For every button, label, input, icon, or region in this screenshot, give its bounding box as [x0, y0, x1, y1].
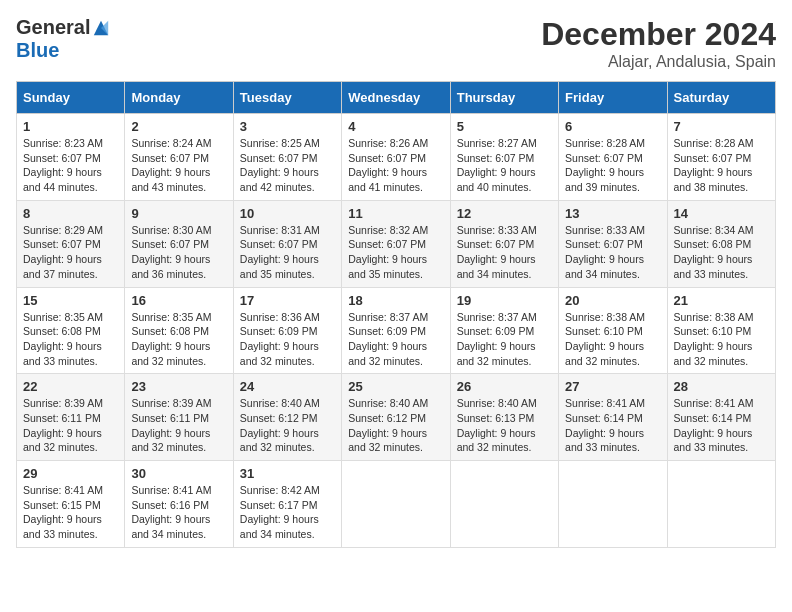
cell-content: Sunrise: 8:42 AM Sunset: 6:17 PM Dayligh…: [240, 483, 335, 542]
calendar-cell: 19 Sunrise: 8:37 AM Sunset: 6:09 PM Dayl…: [450, 287, 558, 374]
day-number: 25: [348, 379, 443, 394]
daylight-label: Daylight: 9 hours and 32 minutes.: [457, 427, 536, 454]
calendar-cell: 20 Sunrise: 8:38 AM Sunset: 6:10 PM Dayl…: [559, 287, 667, 374]
header-day-sunday: Sunday: [17, 82, 125, 114]
logo-general: General: [16, 16, 90, 39]
calendar-cell: [450, 461, 558, 548]
header-day-wednesday: Wednesday: [342, 82, 450, 114]
day-number: 23: [131, 379, 226, 394]
sunrise-label: Sunrise: 8:37 AM: [348, 311, 428, 323]
cell-content: Sunrise: 8:33 AM Sunset: 6:07 PM Dayligh…: [457, 223, 552, 282]
daylight-label: Daylight: 9 hours and 32 minutes.: [565, 340, 644, 367]
day-number: 21: [674, 293, 769, 308]
header-day-thursday: Thursday: [450, 82, 558, 114]
sunrise-label: Sunrise: 8:23 AM: [23, 137, 103, 149]
sunrise-label: Sunrise: 8:24 AM: [131, 137, 211, 149]
calendar-cell: 31 Sunrise: 8:42 AM Sunset: 6:17 PM Dayl…: [233, 461, 341, 548]
logo-icon: [92, 19, 110, 37]
calendar-cell: 18 Sunrise: 8:37 AM Sunset: 6:09 PM Dayl…: [342, 287, 450, 374]
sunset-label: Sunset: 6:08 PM: [131, 325, 209, 337]
daylight-label: Daylight: 9 hours and 36 minutes.: [131, 253, 210, 280]
sunrise-label: Sunrise: 8:40 AM: [348, 397, 428, 409]
day-number: 12: [457, 206, 552, 221]
header-day-tuesday: Tuesday: [233, 82, 341, 114]
daylight-label: Daylight: 9 hours and 32 minutes.: [23, 427, 102, 454]
cell-content: Sunrise: 8:35 AM Sunset: 6:08 PM Dayligh…: [131, 310, 226, 369]
daylight-label: Daylight: 9 hours and 34 minutes.: [240, 513, 319, 540]
day-number: 10: [240, 206, 335, 221]
day-number: 24: [240, 379, 335, 394]
daylight-label: Daylight: 9 hours and 32 minutes.: [674, 340, 753, 367]
sunrise-label: Sunrise: 8:35 AM: [131, 311, 211, 323]
daylight-label: Daylight: 9 hours and 32 minutes.: [131, 340, 210, 367]
calendar-cell: [342, 461, 450, 548]
week-row-3: 15 Sunrise: 8:35 AM Sunset: 6:08 PM Dayl…: [17, 287, 776, 374]
day-number: 26: [457, 379, 552, 394]
cell-content: Sunrise: 8:40 AM Sunset: 6:12 PM Dayligh…: [240, 396, 335, 455]
cell-content: Sunrise: 8:35 AM Sunset: 6:08 PM Dayligh…: [23, 310, 118, 369]
calendar-cell: 29 Sunrise: 8:41 AM Sunset: 6:15 PM Dayl…: [17, 461, 125, 548]
calendar-cell: 12 Sunrise: 8:33 AM Sunset: 6:07 PM Dayl…: [450, 200, 558, 287]
sunset-label: Sunset: 6:07 PM: [348, 152, 426, 164]
daylight-label: Daylight: 9 hours and 37 minutes.: [23, 253, 102, 280]
sunset-label: Sunset: 6:07 PM: [131, 152, 209, 164]
day-number: 28: [674, 379, 769, 394]
day-number: 15: [23, 293, 118, 308]
calendar-cell: 23 Sunrise: 8:39 AM Sunset: 6:11 PM Dayl…: [125, 374, 233, 461]
sunset-label: Sunset: 6:16 PM: [131, 499, 209, 511]
daylight-label: Daylight: 9 hours and 32 minutes.: [240, 427, 319, 454]
calendar-cell: 11 Sunrise: 8:32 AM Sunset: 6:07 PM Dayl…: [342, 200, 450, 287]
calendar-cell: 17 Sunrise: 8:36 AM Sunset: 6:09 PM Dayl…: [233, 287, 341, 374]
day-number: 7: [674, 119, 769, 134]
sunrise-label: Sunrise: 8:25 AM: [240, 137, 320, 149]
cell-content: Sunrise: 8:37 AM Sunset: 6:09 PM Dayligh…: [457, 310, 552, 369]
cell-content: Sunrise: 8:34 AM Sunset: 6:08 PM Dayligh…: [674, 223, 769, 282]
header-day-monday: Monday: [125, 82, 233, 114]
sunset-label: Sunset: 6:11 PM: [131, 412, 209, 424]
cell-content: Sunrise: 8:28 AM Sunset: 6:07 PM Dayligh…: [565, 136, 660, 195]
calendar-cell: 7 Sunrise: 8:28 AM Sunset: 6:07 PM Dayli…: [667, 114, 775, 201]
cell-content: Sunrise: 8:33 AM Sunset: 6:07 PM Dayligh…: [565, 223, 660, 282]
daylight-label: Daylight: 9 hours and 35 minutes.: [240, 253, 319, 280]
day-number: 22: [23, 379, 118, 394]
calendar-cell: 5 Sunrise: 8:27 AM Sunset: 6:07 PM Dayli…: [450, 114, 558, 201]
day-number: 30: [131, 466, 226, 481]
sunset-label: Sunset: 6:09 PM: [240, 325, 318, 337]
calendar-cell: 1 Sunrise: 8:23 AM Sunset: 6:07 PM Dayli…: [17, 114, 125, 201]
sunrise-label: Sunrise: 8:39 AM: [23, 397, 103, 409]
day-number: 9: [131, 206, 226, 221]
daylight-label: Daylight: 9 hours and 32 minutes.: [240, 340, 319, 367]
sunrise-label: Sunrise: 8:41 AM: [674, 397, 754, 409]
page-header: General Blue December 2024 Alajar, Andal…: [16, 16, 776, 71]
month-title: December 2024: [541, 16, 776, 53]
sunrise-label: Sunrise: 8:40 AM: [457, 397, 537, 409]
sunset-label: Sunset: 6:07 PM: [565, 152, 643, 164]
cell-content: Sunrise: 8:25 AM Sunset: 6:07 PM Dayligh…: [240, 136, 335, 195]
sunset-label: Sunset: 6:07 PM: [240, 152, 318, 164]
daylight-label: Daylight: 9 hours and 41 minutes.: [348, 166, 427, 193]
sunrise-label: Sunrise: 8:31 AM: [240, 224, 320, 236]
sunset-label: Sunset: 6:07 PM: [348, 238, 426, 250]
sunrise-label: Sunrise: 8:28 AM: [674, 137, 754, 149]
day-number: 3: [240, 119, 335, 134]
cell-content: Sunrise: 8:31 AM Sunset: 6:07 PM Dayligh…: [240, 223, 335, 282]
day-number: 31: [240, 466, 335, 481]
cell-content: Sunrise: 8:28 AM Sunset: 6:07 PM Dayligh…: [674, 136, 769, 195]
calendar-cell: 21 Sunrise: 8:38 AM Sunset: 6:10 PM Dayl…: [667, 287, 775, 374]
daylight-label: Daylight: 9 hours and 33 minutes.: [23, 513, 102, 540]
day-number: 17: [240, 293, 335, 308]
sunset-label: Sunset: 6:07 PM: [674, 152, 752, 164]
cell-content: Sunrise: 8:36 AM Sunset: 6:09 PM Dayligh…: [240, 310, 335, 369]
sunset-label: Sunset: 6:11 PM: [23, 412, 101, 424]
day-number: 5: [457, 119, 552, 134]
calendar-cell: [667, 461, 775, 548]
calendar-cell: 24 Sunrise: 8:40 AM Sunset: 6:12 PM Dayl…: [233, 374, 341, 461]
daylight-label: Daylight: 9 hours and 32 minutes.: [348, 427, 427, 454]
calendar-cell: 25 Sunrise: 8:40 AM Sunset: 6:12 PM Dayl…: [342, 374, 450, 461]
sunset-label: Sunset: 6:07 PM: [23, 152, 101, 164]
day-number: 16: [131, 293, 226, 308]
sunrise-label: Sunrise: 8:29 AM: [23, 224, 103, 236]
calendar-cell: 30 Sunrise: 8:41 AM Sunset: 6:16 PM Dayl…: [125, 461, 233, 548]
calendar-table: SundayMondayTuesdayWednesdayThursdayFrid…: [16, 81, 776, 548]
sunrise-label: Sunrise: 8:41 AM: [23, 484, 103, 496]
